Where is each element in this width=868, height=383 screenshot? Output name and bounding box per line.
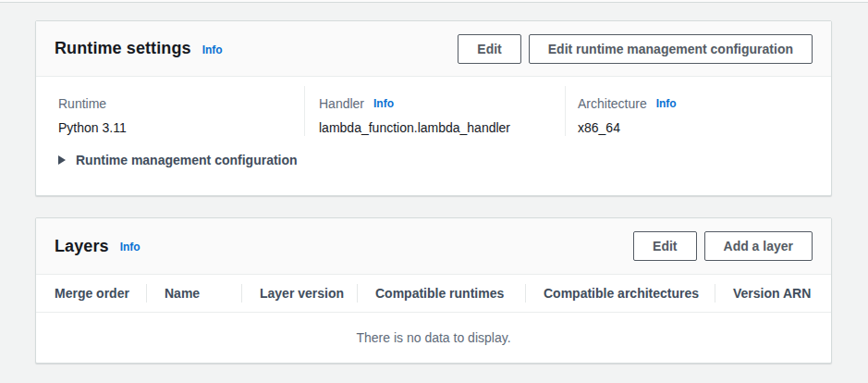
edit-layers-button[interactable]: Edit xyxy=(633,231,696,261)
layers-panel: Layers Info Edit Add a layer Merge order… xyxy=(35,217,832,364)
handler-field: Handler Info lambda_function.lambda_hand… xyxy=(304,86,565,136)
architecture-field-label: Architecture xyxy=(578,95,647,112)
runtime-management-configuration-expander[interactable]: Runtime management configuration xyxy=(36,151,831,169)
runtime-management-configuration-expander-label: Runtime management configuration xyxy=(76,151,298,169)
layers-column-compatible-architectures: Compatible architectures xyxy=(525,286,715,301)
runtime-settings-panel: Runtime settings Info Edit Edit runtime … xyxy=(35,20,832,196)
layers-table-header: Merge order Name Layer version Compatibl… xyxy=(36,275,831,313)
layers-header: Layers Info Edit Add a layer xyxy=(36,218,831,275)
caret-right-icon xyxy=(58,155,66,165)
layers-info-link[interactable]: Info xyxy=(120,241,141,253)
runtime-field-label: Runtime xyxy=(58,95,106,112)
runtime-settings-actions: Edit Edit runtime management configurati… xyxy=(458,34,813,64)
architecture-info-link[interactable]: Info xyxy=(656,97,677,110)
layers-empty-state: There is no data to display. xyxy=(36,313,831,363)
layers-column-compatible-runtimes: Compatible runtimes xyxy=(357,286,525,301)
handler-info-link[interactable]: Info xyxy=(373,97,394,110)
architecture-field: Architecture Info x86_64 xyxy=(565,86,831,136)
edit-runtime-settings-button[interactable]: Edit xyxy=(458,34,520,64)
layers-column-layer-version: Layer version xyxy=(241,286,357,301)
architecture-field-value: x86_64 xyxy=(578,119,831,136)
runtime-field-value: Python 3.11 xyxy=(58,119,304,136)
handler-field-label: Handler xyxy=(319,95,364,112)
runtime-field: Runtime Python 3.11 xyxy=(36,86,304,136)
layers-column-name: Name xyxy=(146,286,241,301)
page-top-divider xyxy=(0,0,868,3)
runtime-settings-info-link[interactable]: Info xyxy=(202,43,223,56)
layers-title: Layers xyxy=(55,237,109,256)
runtime-settings-title: Runtime settings xyxy=(55,39,191,58)
runtime-settings-header: Runtime settings Info Edit Edit runtime … xyxy=(36,21,831,77)
layers-actions: Edit Add a layer xyxy=(633,231,813,261)
add-layer-button[interactable]: Add a layer xyxy=(704,231,813,261)
handler-field-value: lambda_function.lambda_handler xyxy=(319,119,565,136)
layers-column-version-arn: Version ARN xyxy=(715,286,831,301)
layers-column-merge-order: Merge order xyxy=(36,286,146,301)
runtime-settings-fields: Runtime Python 3.11 Handler Info lambda_… xyxy=(36,77,831,145)
edit-runtime-management-configuration-button[interactable]: Edit runtime management configuration xyxy=(529,34,813,64)
